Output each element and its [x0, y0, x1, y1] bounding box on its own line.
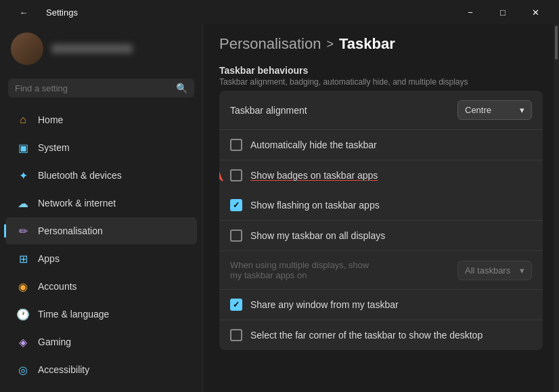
search-box[interactable]: 🔍: [8, 79, 194, 97]
breadcrumb-separator: >: [326, 37, 334, 51]
time-icon: 🕐: [16, 307, 30, 321]
badges-label: Show badges on taskbar apps: [250, 170, 378, 181]
disabled-dropdown-chevron: ▾: [520, 265, 524, 276]
sidebar-item-label-home: Home: [38, 114, 63, 125]
sidebar-item-label-apps: Apps: [38, 253, 60, 264]
avatar: [11, 32, 43, 65]
minimize-button[interactable]: −: [455, 1, 486, 23]
sidebar-item-home[interactable]: ⌂ Home: [5, 106, 197, 133]
search-input[interactable]: [15, 83, 171, 93]
breadcrumb-current: Taskbar: [339, 35, 395, 53]
accounts-icon: ◉: [16, 280, 30, 293]
sidebar-item-apps[interactable]: ⊞ Apps: [5, 245, 197, 272]
sidebar-item-label-network: Network & internet: [38, 198, 116, 209]
alignment-label: Taskbar alignment: [230, 105, 307, 116]
all-displays-label: Show my taskbar on all displays: [250, 230, 385, 241]
sidebar-item-label-gaming: Gaming: [38, 336, 71, 347]
flashing-row[interactable]: Show flashing on taskbar apps: [219, 190, 543, 221]
home-icon: ⌂: [16, 113, 30, 127]
personalisation-icon: ✏: [16, 224, 30, 238]
content-header: Personalisation > Taskbar: [203, 24, 559, 58]
disabled-label: When using multiple displays, show my ta…: [230, 260, 379, 280]
close-button[interactable]: ✕: [520, 1, 551, 23]
far-corner-label: Select the far corner of the taskbar to …: [250, 330, 483, 341]
flashing-checkbox[interactable]: [230, 199, 242, 211]
alignment-value: Centre: [465, 105, 491, 115]
badges-row[interactable]: Show badges on taskbar apps: [219, 160, 543, 190]
multiple-displays-row: When using multiple displays, show my ta…: [219, 251, 543, 290]
main-layout: 🔍 ⌂ Home ▣ System ✦ Bluetooth & devices …: [0, 24, 559, 392]
breadcrumb-parent: Personalisation: [219, 35, 321, 53]
app-title: Settings: [46, 7, 78, 18]
sidebar-item-bluetooth[interactable]: ✦ Bluetooth & devices: [5, 162, 197, 189]
sidebar-item-network[interactable]: ☁ Network & internet: [5, 190, 197, 217]
sidebar: 🔍 ⌂ Home ▣ System ✦ Bluetooth & devices …: [0, 24, 203, 392]
sidebar-item-label-personalisation: Personalisation: [38, 225, 103, 236]
far-corner-row[interactable]: Select the far corner of the taskbar to …: [219, 320, 543, 350]
all-displays-row[interactable]: Show my taskbar on all displays: [219, 221, 543, 251]
system-icon: ▣: [16, 141, 30, 154]
sidebar-item-personalisation[interactable]: ✏ Personalisation: [5, 217, 197, 244]
titlebar-left: ← Settings: [8, 1, 78, 23]
sidebar-item-accounts[interactable]: ◉ Accounts: [5, 273, 197, 300]
content-area: Personalisation > Taskbar Taskbar behavi…: [203, 24, 559, 392]
auto-hide-checkbox[interactable]: [230, 139, 242, 151]
auto-hide-label: Automatically hide the taskbar: [250, 139, 377, 150]
flashing-label: Show flashing on taskbar apps: [250, 200, 380, 211]
scrollbar-thumb[interactable]: [555, 26, 558, 60]
window-controls: − □ ✕: [455, 1, 551, 23]
profile-section: [0, 24, 202, 73]
network-icon: ☁: [16, 196, 30, 210]
sidebar-item-label-system: System: [38, 142, 70, 153]
gaming-icon: ◈: [16, 335, 30, 349]
back-button[interactable]: ←: [8, 1, 39, 23]
sidebar-item-time[interactable]: 🕐 Time & language: [5, 301, 197, 328]
bluetooth-icon: ✦: [16, 169, 30, 182]
nav-list: ⌂ Home ▣ System ✦ Bluetooth & devices ☁ …: [0, 103, 202, 392]
section-title: Taskbar behaviours: [219, 65, 543, 76]
all-displays-checkbox[interactable]: [230, 230, 242, 242]
titlebar: ← Settings − □ ✕: [0, 0, 559, 24]
badges-container: Show badges on taskbar apps: [219, 160, 543, 190]
far-corner-checkbox[interactable]: [230, 329, 242, 341]
section-header: Taskbar behaviours Taskbar alignment, ba…: [219, 58, 543, 91]
sidebar-item-accessibility[interactable]: ◎ Accessibility: [5, 356, 197, 383]
sidebar-item-label-accounts: Accounts: [38, 281, 77, 292]
alignment-dropdown[interactable]: Centre ▾: [457, 100, 532, 120]
search-icon: 🔍: [176, 83, 187, 93]
profile-name: [51, 44, 133, 53]
sidebar-item-label-time: Time & language: [38, 309, 109, 320]
content-body: Taskbar behaviours Taskbar alignment, ba…: [203, 58, 559, 392]
breadcrumb: Personalisation > Taskbar: [219, 35, 543, 53]
badges-checkbox[interactable]: [230, 169, 242, 181]
settings-group: Taskbar alignment Centre ▾ Automatically…: [219, 91, 543, 350]
sidebar-item-gaming[interactable]: ◈ Gaming: [5, 328, 197, 355]
accessibility-icon: ◎: [16, 363, 30, 376]
apps-icon: ⊞: [16, 252, 30, 265]
auto-hide-row[interactable]: Automatically hide the taskbar: [219, 130, 543, 160]
scrollbar-track[interactable]: [554, 24, 559, 392]
share-window-checkbox[interactable]: [230, 299, 242, 311]
avatar-image: [11, 32, 43, 65]
share-window-label: Share any window from my taskbar: [250, 299, 399, 310]
sidebar-item-label-accessibility: Accessibility: [38, 364, 89, 375]
sidebar-item-label-bluetooth: Bluetooth & devices: [38, 170, 122, 181]
sidebar-item-system[interactable]: ▣ System: [5, 134, 197, 161]
dropdown-chevron: ▾: [520, 105, 524, 115]
disabled-dropdown-value: All taskbars: [465, 265, 510, 276]
maximize-button[interactable]: □: [487, 1, 518, 23]
section-desc: Taskbar alignment, badging, automaticall…: [219, 77, 543, 87]
share-window-row[interactable]: Share any window from my taskbar: [219, 290, 543, 320]
multiple-displays-dropdown: All taskbars ▾: [457, 261, 532, 280]
alignment-row: Taskbar alignment Centre ▾: [219, 91, 543, 130]
